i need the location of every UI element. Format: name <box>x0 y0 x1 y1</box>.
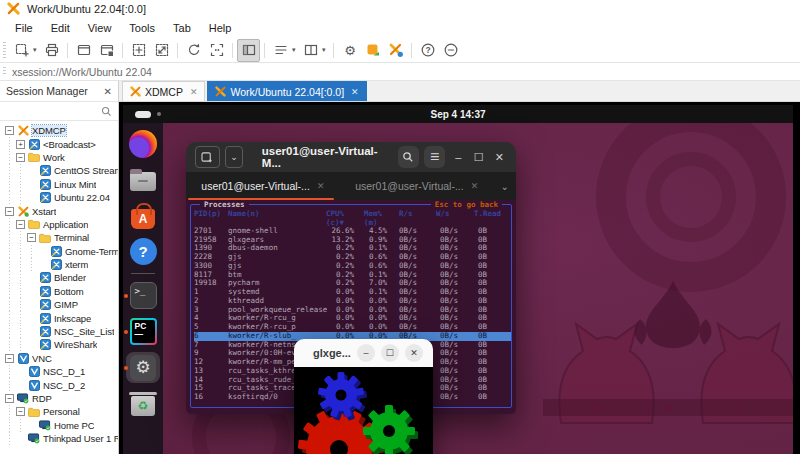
dock-item-settings[interactable]: ⚙ <box>126 352 160 383</box>
close-tab-icon[interactable]: ✕ <box>351 87 359 97</box>
xmanager-x-icon <box>7 2 20 17</box>
new-tab-button[interactable] <box>195 146 220 168</box>
tree-item-application[interactable]: −Application <box>0 218 118 231</box>
tree-item-bottom[interactable]: Bottom <box>0 285 118 298</box>
tree-item--broadcast-[interactable]: +<Broadcast> <box>0 137 118 150</box>
process-table-header[interactable]: PID(p)Name(n)CPU%(c)▼Mem%(m)R/sW/sT.Read <box>194 210 511 219</box>
menu-item-tab[interactable]: Tab <box>164 20 200 36</box>
dropdown-caret-icon[interactable]: ▾ <box>292 46 299 54</box>
view-list-icon[interactable] <box>269 39 292 62</box>
window-restore-icon[interactable] <box>72 39 95 62</box>
tree-item-nsc-site-list[interactable]: NSC_Site_List <box>0 325 118 338</box>
glxgears-window[interactable]: glxge... – ☐ ✕ <box>294 339 433 454</box>
tree-item-thinkpad-user-1-rdp[interactable]: Thinkpad User 1 RDP <box>0 432 118 445</box>
collapse-expander-icon[interactable]: − <box>27 233 36 242</box>
dropdown-caret-icon[interactable]: ▾ <box>33 46 40 54</box>
tree-item-terminal[interactable]: −Terminal <box>0 231 118 244</box>
dropdown-caret-icon[interactable]: ▾ <box>322 46 329 54</box>
minimize-button[interactable]: – <box>450 151 466 163</box>
dock-item-pycharm[interactable]: PC— <box>126 316 160 347</box>
collapse-expander-icon[interactable]: − <box>16 407 25 416</box>
chevron-down-icon[interactable]: ⌄ <box>494 181 516 192</box>
menu-item-tools[interactable]: Tools <box>120 20 164 36</box>
scale-expand-icon[interactable] <box>150 39 173 62</box>
tree-item-wireshark[interactable]: WireShark <box>0 338 118 351</box>
clock[interactable]: Sep 4 14:37 <box>123 109 793 120</box>
menu-item-view[interactable]: View <box>79 20 121 36</box>
maximize-button[interactable]: ☐ <box>381 344 399 362</box>
help-icon[interactable]: ? <box>416 39 439 62</box>
session-tab[interactable]: Work/Ubuntu 22.04[:0.0]✕ <box>207 81 366 101</box>
tree-item-nsc-d-2[interactable]: NSC_D_2 <box>0 378 118 391</box>
session-tab[interactable]: XDMCP✕ <box>122 81 205 101</box>
new-session-icon[interactable] <box>10 39 33 62</box>
close-tab-icon[interactable]: ✕ <box>317 181 325 191</box>
tree-item-linux-mint[interactable]: Linux Mint <box>0 178 118 191</box>
close-button[interactable]: ✕ <box>491 151 507 164</box>
column-header-1[interactable]: PID(p) <box>194 210 228 228</box>
session-search-input[interactable] <box>0 101 118 121</box>
session-icon <box>39 299 51 311</box>
column-header-7[interactable]: T.Read <box>474 210 514 228</box>
dock-item-help[interactable]: ? <box>126 236 160 267</box>
xconfig-icon[interactable] <box>361 39 384 62</box>
tree-item-gnome-term[interactable]: Gnome-Term <box>0 245 118 258</box>
tree-item-xterm[interactable]: xterm <box>0 258 118 271</box>
terminal-tab[interactable]: user01@user-Virtual-...✕ <box>186 172 340 200</box>
tree-item-work[interactable]: −Work <box>0 151 118 164</box>
tree-item-vnc[interactable]: −VNC <box>0 352 118 365</box>
dock-item-trash[interactable]: ♻ <box>126 388 160 419</box>
tree-item-home-pc[interactable]: Home PC <box>0 419 118 432</box>
column-header-6[interactable]: W/s <box>436 210 474 228</box>
collapse-expander-icon[interactable]: − <box>5 207 14 216</box>
address-bar[interactable]: xsession://Work/Ubuntu 22.04 <box>0 62 800 81</box>
tree-item-xdmcp[interactable]: −XDMCP <box>0 124 118 137</box>
collapse-expander-icon[interactable]: − <box>5 126 14 135</box>
window-new-icon[interactable] <box>95 39 118 62</box>
dock-item-files[interactable] <box>126 164 160 195</box>
column-header-4[interactable]: Mem%(m) <box>356 210 389 228</box>
terminal-tab[interactable]: user01@user-Virtual-...✕ <box>340 172 494 200</box>
dock-item-firefox[interactable] <box>126 128 160 159</box>
collapse-expander-icon[interactable]: − <box>5 354 14 363</box>
close-tab-icon[interactable]: ✕ <box>190 87 198 97</box>
tree-item-centtos-stream-8[interactable]: CenttOS Stream 8 <box>0 164 118 177</box>
about-icon[interactable] <box>439 39 462 62</box>
dock-item-terminal[interactable]: >_ <box>126 280 160 311</box>
tree-item-ubuntu-22-04[interactable]: Ubuntu 22.04 <box>0 191 118 204</box>
dock-item-app-center[interactable]: A <box>126 200 160 231</box>
expand-expander-icon[interactable]: + <box>16 140 25 149</box>
scale-fit-icon[interactable] <box>127 39 150 62</box>
menu-item-file[interactable]: File <box>6 20 42 36</box>
maximize-button[interactable]: ☐ <box>471 151 487 164</box>
collapse-expander-icon[interactable]: − <box>16 153 25 162</box>
tree-item-personal[interactable]: −Personal <box>0 405 118 418</box>
panel-toggle-icon[interactable] <box>237 39 260 62</box>
tree-item-xstart[interactable]: −Xstart <box>0 204 118 217</box>
column-header-3[interactable]: CPU%(c)▼ <box>326 210 356 228</box>
tree-item-inkscape[interactable]: Inkscape <box>0 311 118 324</box>
chevron-down-icon[interactable]: ⌄ <box>225 146 243 168</box>
view-layout-icon[interactable] <box>299 39 322 62</box>
refresh-icon[interactable] <box>182 39 205 62</box>
menu-item-help[interactable]: Help <box>200 20 241 36</box>
minimize-button[interactable]: – <box>357 344 375 362</box>
search-icon[interactable] <box>398 146 419 168</box>
tree-item-blender[interactable]: Blender <box>0 271 118 284</box>
column-header-2[interactable]: Name(n) <box>228 210 326 228</box>
print-icon[interactable] <box>40 39 63 62</box>
close-tab-icon[interactable]: ✕ <box>471 181 479 191</box>
xserver-icon[interactable] <box>384 39 407 62</box>
tree-item-gimp[interactable]: GIMP <box>0 298 118 311</box>
close-button[interactable]: ✕ <box>405 344 423 362</box>
menu-item-edit[interactable]: Edit <box>42 20 79 36</box>
close-icon[interactable]: ✕ <box>104 86 112 97</box>
column-header-5[interactable]: R/s <box>389 210 436 228</box>
collapse-expander-icon[interactable]: − <box>16 220 25 229</box>
collapse-expander-icon[interactable]: − <box>5 394 14 403</box>
settings-gear-icon[interactable]: ⚙ <box>338 39 361 62</box>
hamburger-menu-icon[interactable]: ≡ <box>424 146 445 168</box>
tree-item-nsc-d-1[interactable]: NSC_D_1 <box>0 365 118 378</box>
fullscreen-icon[interactable] <box>205 39 228 62</box>
tree-item-rdp[interactable]: −RDP <box>0 392 118 405</box>
